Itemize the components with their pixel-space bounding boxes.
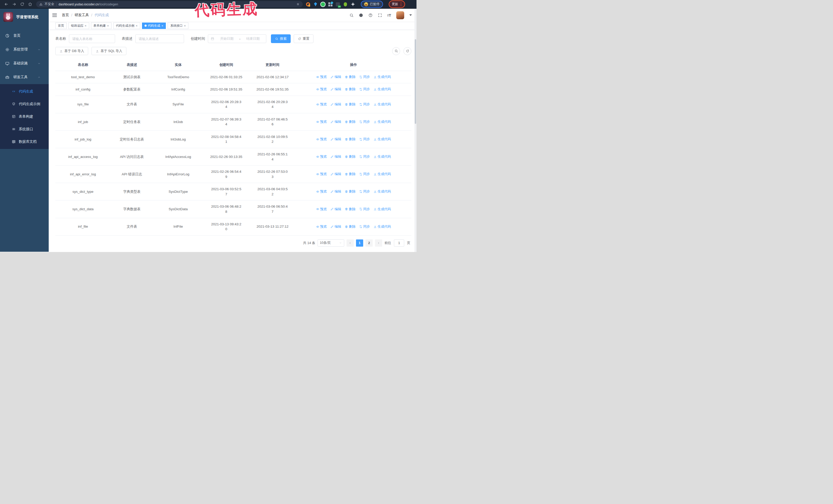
preview-link[interactable]: 预览 [316, 87, 327, 92]
preview-link[interactable]: 预览 [316, 207, 327, 212]
preview-link[interactable]: 预览 [316, 75, 327, 79]
tab-代码生成[interactable]: 代码生成× [142, 23, 166, 29]
blue-gem-extension-icon[interactable] [314, 2, 317, 6]
generate-code-link[interactable]: 生成代码 [374, 137, 391, 142]
sidebar-subitem-codegen-example[interactable]: 代码生成示例 [0, 98, 49, 110]
breadcrumb-item[interactable]: 研发工具 [75, 13, 89, 18]
delete-link[interactable]: 删除 [345, 207, 356, 212]
edit-link[interactable]: 编辑 [330, 137, 341, 142]
edit-link[interactable]: 编辑 [330, 75, 341, 79]
preview-link[interactable]: 预览 [316, 154, 327, 159]
edit-link[interactable]: 编辑 [330, 224, 341, 229]
edit-link[interactable]: 编辑 [330, 154, 341, 159]
delete-link[interactable]: 删除 [345, 224, 356, 229]
sidebar-subitem-codegen[interactable]: 代码生成 [0, 85, 49, 98]
sidebar-item-system-management[interactable]: 系统管理 [0, 43, 49, 56]
table-desc-input[interactable] [135, 34, 184, 43]
avatar-caret-down-icon[interactable] [409, 14, 412, 16]
edit-link[interactable]: 编辑 [330, 87, 341, 92]
sidebar-item-home[interactable]: 首页 [0, 29, 49, 43]
edit-link[interactable]: 编辑 [330, 172, 341, 177]
generate-code-link[interactable]: 生成代码 [374, 119, 391, 124]
sidebar-item-infrastructure[interactable]: 基础设施 [0, 56, 49, 70]
delete-link[interactable]: 删除 [345, 154, 356, 159]
sync-link[interactable]: 同步 [359, 189, 370, 194]
generate-code-link[interactable]: 生成代码 [374, 87, 391, 92]
font-size-icon[interactable]: TT [387, 13, 391, 18]
preview-link[interactable]: 预览 [316, 224, 327, 229]
forward-icon[interactable] [12, 2, 17, 6]
sql-import-button[interactable]: 基于 SQL 导入 [92, 47, 126, 55]
close-icon[interactable]: × [107, 24, 109, 27]
preview-link[interactable]: 预览 [316, 102, 327, 107]
dark-on-extension-icon[interactable] [336, 2, 340, 6]
edit-link[interactable]: 编辑 [330, 189, 341, 194]
sidebar-item-dev-tools[interactable]: 研发工具 [0, 70, 49, 84]
tab-首页[interactable]: 首页 [55, 23, 67, 29]
sidebar-subitem-system-api[interactable]: 系统接口 [0, 123, 49, 135]
preview-link[interactable]: 预览 [316, 137, 327, 142]
breadcrumb-item[interactable]: 首页 [62, 13, 69, 18]
preview-link[interactable]: 预览 [316, 172, 327, 177]
generate-code-link[interactable]: 生成代码 [374, 207, 391, 212]
db-import-button[interactable]: 基于 DB 导入 [55, 47, 88, 55]
delete-link[interactable]: 删除 [345, 102, 356, 107]
edit-link[interactable]: 编辑 [330, 119, 341, 124]
delete-link[interactable]: 删除 [345, 119, 356, 124]
generate-code-link[interactable]: 生成代码 [374, 224, 391, 229]
sync-link[interactable]: 同步 [359, 154, 370, 159]
sync-link[interactable]: 同步 [359, 224, 370, 229]
search-icon[interactable] [349, 13, 354, 18]
toggle-search-button[interactable] [392, 47, 400, 55]
generate-code-link[interactable]: 生成代码 [374, 102, 391, 107]
delete-link[interactable]: 删除 [345, 87, 356, 92]
prev-page-button[interactable] [347, 239, 354, 247]
fullscreen-icon[interactable] [378, 13, 382, 18]
white-puzzle-extension-icon[interactable] [351, 2, 355, 6]
browser-update-button[interactable]: 更新 [392, 2, 398, 6]
delete-link[interactable]: 删除 [345, 189, 356, 194]
sync-link[interactable]: 同步 [359, 119, 370, 124]
refresh-table-button[interactable] [403, 47, 411, 55]
github-icon[interactable] [359, 13, 363, 18]
preview-link[interactable]: 预览 [316, 189, 327, 194]
search-button[interactable]: 搜索 [271, 34, 291, 43]
hamburger-menu-icon[interactable] [52, 12, 57, 18]
generate-code-link[interactable]: 生成代码 [374, 172, 391, 177]
next-page-button[interactable] [375, 239, 382, 247]
close-icon[interactable]: × [184, 24, 186, 27]
profile-paused-chip[interactable]: 已暂停 [361, 1, 382, 7]
browser-menu-kebab-icon[interactable] [401, 4, 402, 5]
generate-code-link[interactable]: 生成代码 [374, 154, 391, 159]
edit-link[interactable]: 编辑 [330, 207, 341, 212]
back-icon[interactable] [4, 2, 8, 6]
tab-代码生成示例[interactable]: 代码生成示例× [113, 23, 140, 29]
preview-link[interactable]: 预览 [316, 119, 327, 124]
tab-链路追踪[interactable]: 链路追踪× [68, 23, 89, 29]
create-time-range-picker[interactable]: 开始日期 - 结束日期 [208, 34, 266, 43]
grid-diamond-extension-icon[interactable] [328, 2, 332, 6]
table-name-input[interactable] [69, 34, 115, 43]
page-button-2[interactable]: 2 [365, 239, 373, 247]
scrollbar-thumb[interactable] [415, 39, 416, 124]
sidebar-logo[interactable]: 芋道管理系统 [0, 9, 49, 25]
sidebar-subitem-db-doc[interactable]: 数据库文档 [0, 135, 49, 148]
delete-link[interactable]: 删除 [345, 172, 356, 177]
green-alien-extension-icon[interactable] [344, 2, 347, 6]
generate-code-link[interactable]: 生成代码 [374, 75, 391, 79]
sidebar-subitem-form-builder[interactable]: 表单构建 [0, 110, 49, 123]
sync-link[interactable]: 同步 [359, 75, 370, 79]
delete-link[interactable]: 删除 [345, 137, 356, 142]
reload-icon[interactable] [20, 2, 24, 6]
close-icon[interactable]: × [85, 24, 87, 27]
goto-page-input[interactable] [394, 239, 404, 247]
orange-ring-extension-icon[interactable] [306, 2, 310, 6]
generate-code-link[interactable]: 生成代码 [374, 189, 391, 194]
user-avatar[interactable] [396, 11, 404, 19]
sync-link[interactable]: 同步 [359, 137, 370, 142]
tab-系统接口[interactable]: 系统接口× [168, 23, 188, 29]
reset-button[interactable]: 重置 [294, 34, 313, 43]
close-icon[interactable]: × [162, 24, 164, 27]
delete-link[interactable]: 删除 [345, 75, 356, 79]
sync-link[interactable]: 同步 [359, 102, 370, 107]
